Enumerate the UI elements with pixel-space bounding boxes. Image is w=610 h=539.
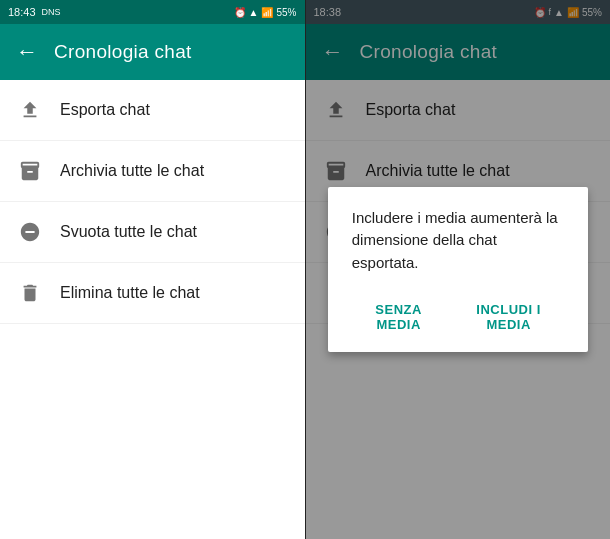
left-menu-item-archivia[interactable]: Archivia tutte le chat xyxy=(0,141,305,202)
left-menu-item-elimina[interactable]: Elimina tutte le chat xyxy=(0,263,305,324)
alarm-icon: ⏰ xyxy=(234,7,246,18)
left-esporta-label: Esporta chat xyxy=(60,101,150,119)
dialog-message: Includere i media aumenterà la dimension… xyxy=(352,207,564,275)
left-time: 18:43 xyxy=(8,6,36,18)
left-archivia-label: Archivia tutte le chat xyxy=(60,162,204,180)
left-status-right: ⏰ ▲ 📶 55% xyxy=(234,7,297,18)
wifi-icon: ▲ xyxy=(249,7,259,18)
upload-icon xyxy=(16,96,44,124)
left-screen: 18:43 DNS ⏰ ▲ 📶 55% ← Cronologia chat Es… xyxy=(0,0,305,539)
left-elimina-label: Elimina tutte le chat xyxy=(60,284,200,302)
battery-text: 55% xyxy=(276,7,296,18)
export-dialog: Includere i media aumenterà la dimension… xyxy=(328,187,588,353)
trash-icon xyxy=(16,279,44,307)
signal-icon: 📶 xyxy=(261,7,273,18)
left-back-button[interactable]: ← xyxy=(16,41,38,63)
left-network: DNS xyxy=(42,7,61,17)
include-media-button[interactable]: INCLUDI I MEDIA xyxy=(453,294,563,340)
dialog-actions: SENZA MEDIA INCLUDI I MEDIA xyxy=(352,294,564,340)
minus-circle-icon xyxy=(16,218,44,246)
archive-icon xyxy=(16,157,44,185)
left-status-bar: 18:43 DNS ⏰ ▲ 📶 55% xyxy=(0,0,305,24)
no-media-button[interactable]: SENZA MEDIA xyxy=(352,294,446,340)
left-status-left: 18:43 DNS xyxy=(8,6,61,18)
left-menu-list: Esporta chat Archivia tutte le chat Svuo… xyxy=(0,80,305,539)
dialog-overlay: Includere i media aumenterà la dimension… xyxy=(306,0,611,539)
right-screen: 18:38 ⏰ f ▲ 📶 55% ← Cronologia chat Espo… xyxy=(306,0,611,539)
left-menu-item-svuota[interactable]: Svuota tutte le chat xyxy=(0,202,305,263)
left-toolbar: ← Cronologia chat xyxy=(0,24,305,80)
left-toolbar-title: Cronologia chat xyxy=(54,41,192,63)
left-svuota-label: Svuota tutte le chat xyxy=(60,223,197,241)
left-menu-item-esporta[interactable]: Esporta chat xyxy=(0,80,305,141)
